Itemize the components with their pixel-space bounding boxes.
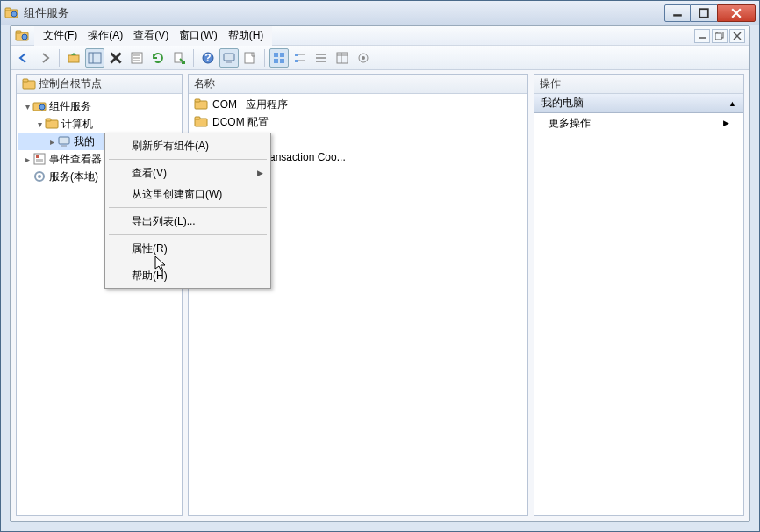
inner-restore-button[interactable] xyxy=(712,29,728,43)
tree-node-computers[interactable]: ▾ 计算机 xyxy=(18,115,180,133)
app-icon xyxy=(4,6,18,20)
ctx-new-window[interactable]: 从这里创建窗口(W) xyxy=(107,183,269,205)
actions-context-header[interactable]: 我的电脑 ▲ xyxy=(534,94,743,113)
view-list-button[interactable] xyxy=(312,48,331,68)
svg-rect-15 xyxy=(68,55,79,62)
context-menu-separator xyxy=(109,207,267,208)
svg-rect-54 xyxy=(34,154,45,164)
svg-rect-24 xyxy=(175,53,182,62)
context-menu-separator xyxy=(109,262,267,262)
menu-window[interactable]: 窗口(W) xyxy=(174,26,222,45)
list-item-label: ansaction Coo... xyxy=(269,151,346,163)
tree-label: 服务(本地) xyxy=(49,169,98,184)
app-icon xyxy=(15,29,29,43)
inner-minimize-button[interactable] xyxy=(694,29,710,43)
svg-rect-47 xyxy=(23,79,28,82)
list-column-header[interactable]: 名称 xyxy=(189,75,527,94)
component-services-icon xyxy=(32,99,47,113)
svg-rect-51 xyxy=(46,119,51,121)
menu-view[interactable]: 查看(V) xyxy=(128,26,174,45)
svg-point-49 xyxy=(39,104,45,110)
svg-rect-33 xyxy=(280,59,284,63)
list-item[interactable]: DCOM 配置 xyxy=(190,113,526,131)
ctx-help[interactable]: 帮助(H) xyxy=(107,265,269,286)
window-new-button[interactable] xyxy=(240,48,260,68)
svg-point-2 xyxy=(11,11,17,17)
folder-icon xyxy=(194,115,208,129)
export-button[interactable] xyxy=(169,48,189,68)
svg-rect-55 xyxy=(36,155,39,158)
svg-rect-61 xyxy=(195,99,200,102)
ctx-refresh-all[interactable]: 刷新所有组件(A) xyxy=(107,135,269,156)
context-menu: 刷新所有组件(A) 查看(V) 从这里创建窗口(W) 导出列表(L)... 属性… xyxy=(104,133,271,289)
toolbar-separator xyxy=(193,49,194,67)
actions-pane: 操作 我的电脑 ▲ 更多操作 ▶ xyxy=(534,74,744,516)
inner-close-button[interactable] xyxy=(729,29,745,43)
view-status-button[interactable] xyxy=(354,48,373,68)
list-item[interactable]: COM+ 应用程序 xyxy=(190,96,526,113)
svg-rect-1 xyxy=(5,8,11,11)
list-item-label: COM+ 应用程序 xyxy=(212,97,288,112)
menu-bar: 文件(F) 操作(A) 查看(V) 窗口(W) 帮助(H) xyxy=(34,26,272,46)
window-controls xyxy=(664,4,756,22)
svg-point-9 xyxy=(22,34,27,40)
up-button[interactable] xyxy=(64,48,83,68)
delete-button[interactable] xyxy=(106,48,125,68)
svg-rect-8 xyxy=(16,31,21,33)
actions-more[interactable]: 更多操作 ▶ xyxy=(534,113,743,133)
expand-icon[interactable]: ▸ xyxy=(22,155,32,164)
toolbar-separator xyxy=(264,49,265,67)
services-icon xyxy=(32,169,47,183)
menu-action[interactable]: 操作(A) xyxy=(82,26,128,45)
menu-help[interactable]: 帮助(H) xyxy=(223,26,269,45)
help-button[interactable]: ? xyxy=(198,48,218,68)
svg-rect-53 xyxy=(61,145,67,147)
expand-icon[interactable]: ▸ xyxy=(47,137,57,147)
minimize-button[interactable] xyxy=(664,4,691,22)
ctx-properties[interactable]: 属性(R) xyxy=(107,238,269,259)
tree-label: 我的 xyxy=(74,134,95,149)
svg-rect-12 xyxy=(715,33,721,40)
properties-button[interactable] xyxy=(127,48,147,68)
outer-titlebar: 组件服务 xyxy=(1,1,759,25)
svg-rect-63 xyxy=(195,117,200,119)
event-viewer-icon xyxy=(32,152,47,166)
svg-rect-30 xyxy=(274,53,278,57)
menu-file[interactable]: 文件(F) xyxy=(38,26,82,45)
svg-text:?: ? xyxy=(204,52,211,64)
svg-rect-16 xyxy=(89,53,101,63)
show-tree-button[interactable] xyxy=(85,48,104,68)
folder-icon xyxy=(45,117,59,131)
actions-header: 操作 xyxy=(534,75,743,94)
app-window: 组件服务 文件(F) 操作(A) 查看(V) 窗口(W) 帮助(H) xyxy=(0,0,760,532)
maximize-button[interactable] xyxy=(691,4,717,22)
window-title: 组件服务 xyxy=(24,5,664,21)
svg-rect-31 xyxy=(280,53,284,57)
ctx-view[interactable]: 查看(V) xyxy=(107,162,269,183)
ctx-export-list[interactable]: 导出列表(L)... xyxy=(107,211,269,232)
svg-rect-4 xyxy=(699,9,708,18)
tree-node-root[interactable]: ▾ 组件服务 xyxy=(18,97,180,115)
forward-button[interactable] xyxy=(35,48,54,68)
svg-point-45 xyxy=(362,56,365,60)
back-button[interactable] xyxy=(14,48,33,68)
view-large-icons-button[interactable] xyxy=(269,48,289,68)
actions-body xyxy=(534,133,743,515)
my-computer-button[interactable] xyxy=(219,48,239,68)
collapse-icon[interactable]: ▾ xyxy=(22,102,32,111)
refresh-button[interactable] xyxy=(148,48,168,68)
tree-label: 计算机 xyxy=(61,117,93,132)
collapse-icon[interactable]: ▾ xyxy=(34,119,45,129)
view-details-button[interactable] xyxy=(333,48,352,68)
tree-label: 事件查看器 xyxy=(49,152,102,167)
toolbar: ? xyxy=(11,46,749,70)
svg-rect-34 xyxy=(295,54,298,56)
view-small-icons-button[interactable] xyxy=(290,48,310,68)
folder-icon xyxy=(22,77,36,91)
actions-context-label: 我的电脑 xyxy=(541,96,584,111)
close-button[interactable] xyxy=(717,4,756,22)
actions-more-label: 更多操作 xyxy=(548,116,591,131)
context-menu-separator xyxy=(109,234,267,235)
folder-icon xyxy=(194,97,208,111)
svg-point-59 xyxy=(38,175,41,178)
